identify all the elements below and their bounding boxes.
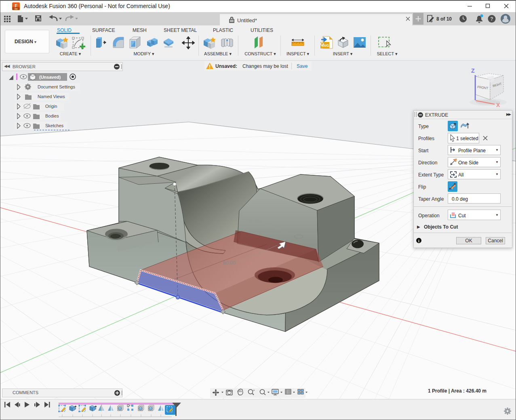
- svg-text:i: i: [418, 239, 419, 243]
- svg-text:-: -: [253, 392, 254, 395]
- svg-text:Untitled*: Untitled*: [237, 17, 257, 23]
- svg-text:Named Views: Named Views: [38, 94, 65, 99]
- svg-text:360: 360: [15, 8, 18, 10]
- svg-text:80.00: 80.00: [223, 260, 236, 266]
- svg-text:?: ?: [490, 16, 493, 22]
- svg-text:Origin: Origin: [45, 104, 57, 109]
- svg-text:Sketches: Sketches: [45, 123, 64, 128]
- svg-text:F: F: [15, 3, 17, 8]
- svg-text:Document Settings: Document Settings: [38, 84, 75, 89]
- svg-text:(Unsaved): (Unsaved): [39, 75, 61, 80]
- svg-text:8 of 10: 8 of 10: [436, 16, 452, 22]
- svg-text:Bodies: Bodies: [45, 113, 59, 118]
- svg-text:X: X: [496, 102, 500, 108]
- svg-text:Z: Z: [471, 67, 475, 74]
